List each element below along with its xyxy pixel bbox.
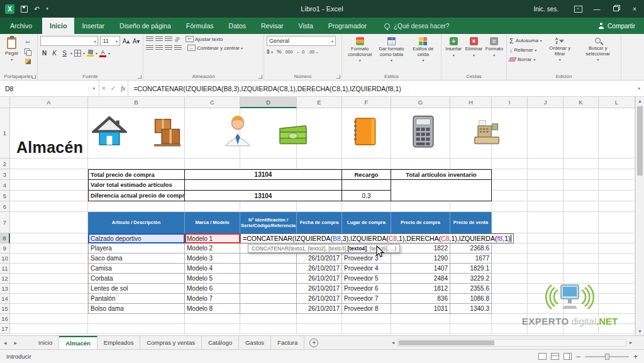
row-header-6[interactable]: 6 <box>0 201 10 212</box>
row-header-14[interactable]: 14 <box>0 294 10 304</box>
name-box[interactable]: D8 ▾ <box>0 81 99 96</box>
ribbon-button-insertar[interactable]: +Insertar▾ <box>444 36 463 58</box>
cell-C9[interactable]: Modelo 2 <box>185 243 240 254</box>
dialog-launcher-icon[interactable] <box>258 75 262 79</box>
ribbon-tab-revisar[interactable]: Revisar <box>253 18 291 34</box>
zoom-slider[interactable] <box>585 356 629 357</box>
tell-me-search[interactable]: ¿Qué desea hacer? <box>384 18 449 34</box>
column-header-D[interactable]: D <box>240 97 297 108</box>
close-button[interactable]: × <box>625 0 644 18</box>
font-size-select[interactable]: 11▾ <box>100 36 120 46</box>
cell-B9[interactable]: Playera <box>88 243 185 254</box>
column-header-B[interactable]: B <box>88 97 185 108</box>
dialog-launcher-icon[interactable] <box>32 75 36 79</box>
cell-D12[interactable] <box>240 274 297 284</box>
sheet-tab-empleados[interactable]: Empleados <box>97 336 141 349</box>
align-middle-icon[interactable] <box>155 36 163 42</box>
cell-F13[interactable]: Proveedor 6 <box>342 284 391 294</box>
cell-editor[interactable]: =CONCATENAR(IZQUIERDA(B8,3),IZQUIERDA(C8… <box>240 233 514 243</box>
zoom-slider-thumb[interactable] <box>605 354 609 360</box>
merge-center-button[interactable]: ↔Combinar y centrar▾ <box>187 45 243 51</box>
align-left-icon[interactable] <box>146 45 153 51</box>
cell-F4[interactable] <box>342 180 391 191</box>
sheet-tab-inicio[interactable]: Inicio <box>32 336 59 349</box>
column-header-G[interactable]: G <box>391 97 450 108</box>
horizontal-scrollbar-thumb[interactable] <box>399 340 494 345</box>
wrap-text-button[interactable]: ↩Ajustar texto <box>186 36 223 42</box>
ribbon-button-eliminar[interactable]: ×Eliminar▾ <box>464 36 483 58</box>
sheet-tab-gastos[interactable]: Gastos <box>239 336 271 349</box>
vertical-scrollbar[interactable]: ▲ ▼ <box>635 97 644 335</box>
select-all-corner[interactable] <box>0 97 10 108</box>
sheet-title[interactable]: Almacén <box>10 108 88 159</box>
page-layout-view-icon[interactable] <box>551 353 559 360</box>
underline-button[interactable]: S <box>60 48 69 58</box>
excel-app-icon[interactable]: X <box>5 4 14 14</box>
cell-D14[interactable] <box>240 294 297 304</box>
row-header-12[interactable]: 12 <box>0 274 10 284</box>
align-top-icon[interactable] <box>146 36 153 42</box>
cell-B10[interactable]: Saco dama <box>88 254 185 264</box>
cell-H15[interactable]: 1340.3 <box>450 304 492 314</box>
cell-B12[interactable]: Corbata <box>88 274 185 284</box>
restore-button[interactable] <box>606 0 625 18</box>
cell-E15[interactable]: 26/10/2017 <box>297 304 342 314</box>
comma-format-icon[interactable]: 000 <box>286 50 293 54</box>
scroll-up-icon[interactable]: ▲ <box>636 97 644 105</box>
zoom-in-icon[interactable]: + <box>633 352 638 361</box>
scroll-down-icon[interactable]: ▼ <box>636 327 644 335</box>
copy-icon[interactable] <box>23 48 32 55</box>
save-icon[interactable] <box>21 6 28 13</box>
row-header-16[interactable]: 16 <box>0 314 10 324</box>
currency-format-icon[interactable]: $ ▾ <box>267 48 273 55</box>
enter-icon[interactable]: ✓ <box>111 85 116 92</box>
cell-E13[interactable]: 26/10/2017 <box>297 284 342 294</box>
ribbon-button-formato-condicional[interactable]: Formato condicional▾ <box>345 36 375 63</box>
ribbon-button-estilos-de-celda[interactable]: Estilos de celda▾ <box>408 36 438 63</box>
row-header-11[interactable]: 11 <box>0 264 10 274</box>
align-right-icon[interactable] <box>165 45 172 51</box>
cell-C11[interactable]: Modelo 4 <box>185 264 240 274</box>
ribbon-button-autosuma[interactable]: ΣAutosuma▾ <box>509 36 542 45</box>
undo-icon[interactable]: ↶ <box>34 5 40 13</box>
cell-E12[interactable]: 26/10/2017 <box>297 274 342 284</box>
minimize-button[interactable]: — <box>587 0 606 18</box>
zoom-out-icon[interactable]: − <box>576 352 580 361</box>
dialog-launcher-icon[interactable] <box>336 75 340 79</box>
row-header-9[interactable]: 9 <box>0 243 10 254</box>
cell-F11[interactable]: Proveedor 4 <box>342 264 391 274</box>
table-header-F7[interactable]: Lugar de compra <box>342 212 391 233</box>
sheet-nav-right-icon[interactable]: ▸ <box>11 336 21 349</box>
cell-G4[interactable] <box>391 180 492 201</box>
cell-B13[interactable]: Lentes de sol <box>88 284 185 294</box>
underline-menu-icon[interactable]: ▾ <box>70 51 72 55</box>
row-header-7[interactable]: 7 <box>0 212 10 233</box>
ribbon-button-rellenar[interactable]: ↓Rellenar▾ <box>509 45 542 55</box>
scroll-right-icon[interactable]: ▸ <box>628 340 634 345</box>
cell-C13[interactable]: Modelo 6 <box>185 284 240 294</box>
row-header-2[interactable]: 2 <box>0 159 10 169</box>
cell-C10[interactable]: Modelo 3 <box>185 254 240 264</box>
column-header-F[interactable]: F <box>342 97 391 108</box>
column-header-H[interactable]: H <box>450 97 492 108</box>
table-header-D7[interactable]: N° identificación / Serie/Código/Referen… <box>240 212 297 233</box>
cell-B15[interactable]: Bolso dama <box>88 304 185 314</box>
cell-G15[interactable]: 1031 <box>391 304 450 314</box>
column-header-E[interactable]: E <box>297 97 342 108</box>
cell-E14[interactable]: 26/10/2017 <box>297 294 342 304</box>
cell-H12[interactable]: 3229.2 <box>450 274 492 284</box>
cell-C5[interactable]: 13104 <box>185 191 342 201</box>
sort-filter-button[interactable]: AZ Ordenar y filtrar ▾ <box>545 36 575 71</box>
decrease-decimal-icon[interactable]: .00→ <box>308 50 319 54</box>
align-bottom-icon[interactable] <box>165 36 172 42</box>
cell-G13[interactable]: 1812 <box>391 284 450 294</box>
cell-B4[interactable]: Valor total estimado artículos <box>88 180 185 191</box>
column-header-A[interactable]: A <box>10 97 88 108</box>
cell-B3[interactable]: Total precio de compra <box>88 169 185 180</box>
cell-F5[interactable]: 0.3 <box>342 191 391 201</box>
table-header-B7[interactable]: Artículo / Descripción <box>88 212 185 233</box>
decrease-indent-icon[interactable] <box>174 45 182 51</box>
cell-C14[interactable]: Modelo 7 <box>185 294 240 304</box>
cell-B11[interactable]: Camisa <box>88 264 185 274</box>
row-header-3[interactable]: 3 <box>0 169 10 180</box>
